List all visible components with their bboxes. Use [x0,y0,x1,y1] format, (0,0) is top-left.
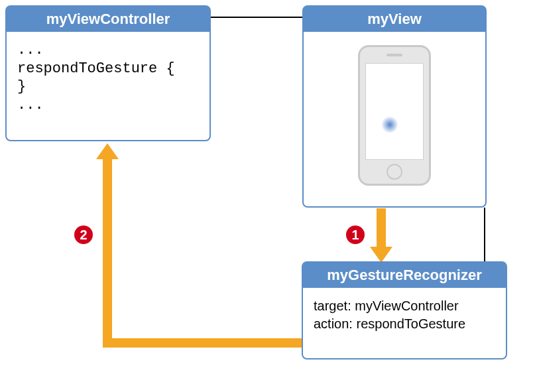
arrow-view-to-recognizer-stem [377,208,386,248]
view-body [304,32,485,195]
phone-illustration [358,45,431,186]
view-controller-title: myViewController [7,7,209,32]
arrow-view-to-recognizer-head [370,247,392,263]
view-controller-code: ... respondToGesture { } ... [7,32,209,123]
view-controller-box: myViewController ... respondToGesture { … [5,5,211,141]
connector-vc-to-view [211,17,302,18]
arrow-recognizer-to-vc-vertical [103,159,112,348]
target-value: myViewController [355,298,458,313]
view-title: myView [304,7,485,32]
action-line: action: respondToGesture [314,315,495,333]
target-line: target: myViewController [314,297,495,315]
step-badge-1: 1 [346,226,365,244]
phone-screen [365,63,424,160]
gesture-recognizer-title: myGestureRecognizer [303,263,506,288]
touch-point-icon [381,116,398,133]
action-label: action: [314,316,353,331]
connector-view-to-recognizer [484,208,485,270]
arrow-recognizer-to-vc-head [96,143,119,159]
step-badge-2: 2 [74,226,93,244]
phone-home-button-icon [386,164,402,180]
gesture-recognizer-box: myGestureRecognizer target: myViewContro… [302,261,507,359]
action-value: respondToGesture [357,316,466,331]
target-label: target: [314,298,351,313]
gesture-recognizer-body: target: myViewController action: respond… [303,288,506,342]
view-box: myView [302,5,487,208]
phone-speaker-icon [386,54,402,56]
arrow-recognizer-to-vc-horizontal [103,338,302,348]
